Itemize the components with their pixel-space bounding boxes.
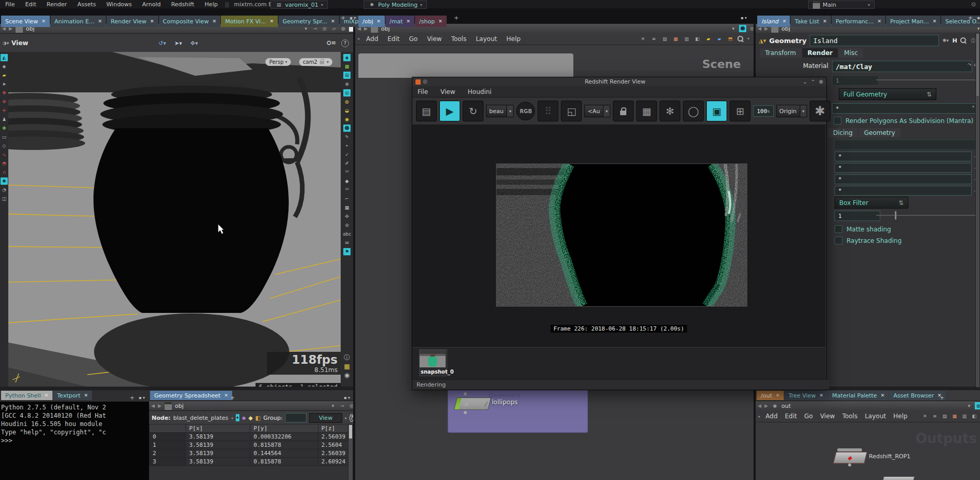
menu-item[interactable]: File — [412, 88, 433, 95]
menu-item[interactable]: Arnold — [137, 1, 166, 8]
menu-item[interactable]: Assets — [72, 1, 101, 8]
frame-tool-icon[interactable]: ▭ — [1, 133, 8, 141]
snippet-icon[interactable]: ◧ — [971, 413, 978, 420]
add-snapshot-icon[interactable]: ⊞ — [730, 101, 750, 121]
shelf-set-selector[interactable]: ✱ Poly Modeling▾ — [364, 1, 427, 9]
menu-item[interactable]: Help — [890, 413, 911, 420]
filter-dropdown[interactable]: Box Filter⇅ — [835, 197, 908, 209]
back-icon[interactable]: ◀ — [758, 403, 761, 408]
redshift-rop-node[interactable]: ◆ Redshift_ROP1 — [835, 448, 866, 463]
raytrace-checkbox[interactable] — [835, 237, 842, 244]
pane-tab[interactable]: /obj✕ — [358, 16, 385, 27]
box-tool-icon[interactable]: ▰ — [1, 72, 8, 79]
restart-render-icon[interactable]: ↻ — [463, 101, 484, 121]
table-row[interactable]: 33.58139 0.8158782.60924 — [150, 458, 349, 466]
menu-item[interactable]: Windows — [101, 1, 137, 8]
pane-tab[interactable]: Take List✕ — [790, 16, 831, 27]
close-icon[interactable]: ✕ — [782, 19, 786, 24]
close-icon[interactable]: ✕ — [42, 19, 46, 24]
menu-item[interactable]: Layout — [471, 35, 502, 43]
lasso-tool-icon[interactable]: ◇ — [1, 142, 8, 149]
back-icon[interactable]: ◀ — [151, 403, 155, 408]
pane-tab[interactable]: Geometry Spreadsheet✕ — [150, 391, 232, 400]
pattern-field[interactable]: * — [835, 174, 972, 184]
close-icon[interactable]: ✕ — [84, 393, 88, 398]
out-pane[interactable]: /out✕Tree View✕Material Palette✕Asset Br… — [756, 390, 980, 480]
menu-item[interactable]: Layout — [861, 413, 890, 420]
grid-icon[interactable]: ▥ — [683, 35, 690, 43]
close-icon[interactable]: ✕ — [877, 19, 881, 24]
menu-item[interactable]: Edit — [20, 1, 41, 8]
matte-checkbox[interactable] — [835, 225, 842, 233]
minimize-icon[interactable]: ⌄ — [803, 79, 807, 85]
close-icon[interactable]: ✕ — [212, 19, 217, 24]
channel-display-button[interactable]: RGB — [516, 102, 535, 120]
menu-item[interactable]: Redshift — [166, 1, 199, 8]
lights-off-icon[interactable]: ⊗ — [343, 80, 351, 88]
close-icon[interactable]: ✕ — [224, 393, 229, 398]
expand-icon[interactable]: ▸ — [345, 416, 347, 420]
tools-icon[interactable]: ✕ — [921, 413, 929, 420]
view-button[interactable]: View — [309, 413, 342, 423]
sheet-table-wrap[interactable]: P[x] P[y] P[z] 03.58139 0.0003322062.560… — [149, 424, 349, 480]
menu-item[interactable]: Help — [199, 1, 223, 8]
pin-icon[interactable]: ⊸ — [339, 402, 346, 409]
points-display-icon[interactable]: • — [343, 142, 351, 149]
person-icon[interactable]: ☻ — [739, 25, 746, 32]
pen-note-icon[interactable]: ▰ — [716, 35, 723, 43]
pane-tab[interactable]: Composite View✕ — [159, 16, 221, 27]
grid-icon[interactable]: ▥ — [961, 413, 968, 420]
tools-icon[interactable]: ✕ — [639, 35, 647, 43]
start-render-icon[interactable]: ▶ — [439, 101, 460, 121]
close-icon[interactable]: ✕ — [933, 19, 937, 24]
translate-handle-icon[interactable]: ✥ — [1, 89, 8, 97]
right-tab-controls[interactable]: +▪ — [968, 12, 980, 23]
global-options-icon[interactable]: ⊙ — [971, 1, 976, 8]
close-icon[interactable]: ✕ — [881, 393, 885, 398]
basket-icon[interactable]: ⬒ — [727, 35, 734, 43]
prim-markers-icon[interactable]: ◆ — [343, 177, 351, 185]
menu-item[interactable]: File — [0, 1, 20, 8]
shading-mode-icon[interactable]: ◈ — [343, 54, 351, 61]
region-circle-icon[interactable]: ◯ — [683, 101, 704, 121]
pane-tab[interactable]: Motion FX Vi...✕ — [221, 16, 278, 27]
close-icon[interactable]: ✕ — [377, 19, 381, 24]
menu-item[interactable]: View — [422, 35, 446, 43]
maximize-icon[interactable]: ⌃ — [811, 79, 815, 85]
display-mode-dropdown[interactable]: Full Geometry⇅ — [839, 88, 936, 100]
table-row[interactable]: 13.58139 0.8158782.5604 — [150, 441, 349, 449]
path-text[interactable]: out — [782, 403, 791, 409]
partial-node[interactable] — [882, 476, 915, 480]
param-tab[interactable]: Transform — [760, 48, 801, 58]
close-icon[interactable]: ✕ — [150, 19, 154, 24]
view-orbit-icon[interactable]: ↺▾ — [158, 40, 166, 47]
snippet-icon[interactable]: ◧ — [694, 35, 701, 43]
filter-size-slider[interactable] — [876, 215, 980, 216]
stats-grid-icon[interactable]: ▦ — [343, 363, 351, 370]
render-group-field[interactable]: * — [832, 103, 976, 114]
grid-display-icon[interactable]: ▦ — [343, 204, 351, 211]
bucket-grid-icon[interactable]: ▦ — [636, 101, 657, 121]
forward-icon[interactable]: ▶ — [158, 403, 162, 408]
menu-item[interactable]: Add — [762, 413, 781, 420]
cylinder-tool-icon[interactable]: ◫ — [1, 195, 8, 202]
close-icon[interactable]: ✕ — [776, 393, 780, 398]
network-tab-add[interactable]: + — [454, 12, 459, 23]
menu-item[interactable]: View — [816, 413, 838, 420]
freeze-icon[interactable]: ✻ — [660, 101, 680, 121]
close-icon[interactable]: ⊗ — [819, 79, 823, 85]
filter-size-field[interactable]: 1 — [835, 211, 880, 221]
snapshot-view-icon[interactable]: ▣ — [706, 101, 727, 121]
table-row[interactable]: 23.58139 0.1445642.56039 — [150, 449, 349, 458]
lock-icon[interactable] — [613, 101, 634, 121]
prims-diamond-icon[interactable]: ◆ — [248, 415, 252, 421]
pane-tab[interactable]: Island✕ — [757, 16, 790, 27]
node-flag[interactable] — [454, 398, 461, 409]
pane-tab[interactable]: Textport✕ — [53, 391, 92, 400]
normals-display-icon[interactable]: ✓ — [343, 151, 351, 158]
subdiv-checkbox[interactable] — [834, 117, 841, 125]
point-numbers-icon[interactable]: ¹² — [343, 169, 351, 176]
lod-slider[interactable] — [876, 79, 978, 80]
geometry-node[interactable]: 🜔 / — [454, 397, 491, 410]
group-input[interactable] — [285, 413, 306, 422]
